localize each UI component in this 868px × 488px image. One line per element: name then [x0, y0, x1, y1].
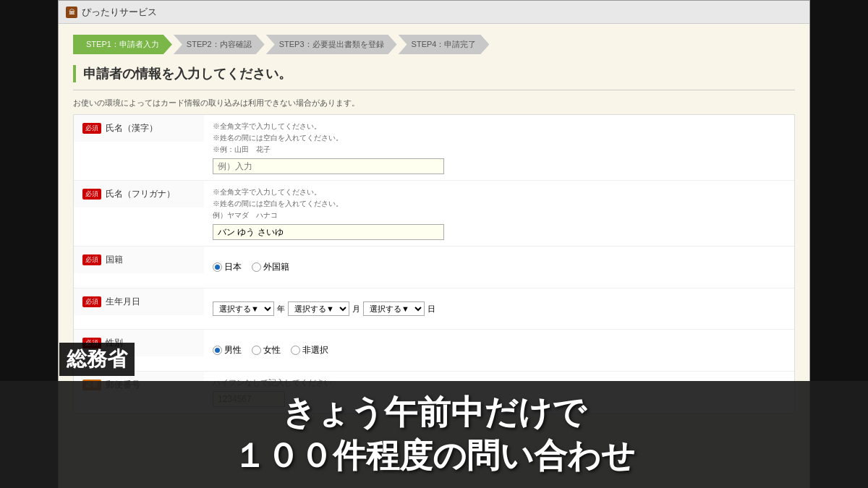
nationality-radio-group: 日本 外国籍: [213, 252, 786, 282]
input-name-kanji[interactable]: [213, 158, 444, 174]
input-cell-gender: 男性 女性 非選択: [204, 330, 794, 371]
site-title: ぴったりサービス: [82, 6, 157, 19]
input-cell-name-kana: ※全角文字で入力してください。 ※姓名の間には空白を入れてください。 例）ヤマダ…: [204, 181, 794, 246]
label-cell-name-kanji: 必須 氏名（漢字）: [74, 115, 204, 142]
input-cell-name-kanji: ※全角文字で入力してください。 ※姓名の間には空白を入れてください。 ※例：山田…: [204, 115, 794, 180]
caption-text: きょう午前中だけで １００件程度の問い合わせ: [233, 391, 635, 478]
watermark-text: 総務省: [67, 348, 127, 370]
radio-japan[interactable]: 日本: [213, 261, 242, 273]
caption-line1: きょう午前中だけで: [233, 391, 635, 435]
input-cell-birthdate: 選択する▼ 年 選択する▼ 月 選択する▼ 日: [204, 288, 794, 329]
radio-dot-foreign: [252, 262, 261, 272]
step-3[interactable]: STEP3：必要提出書類を登録: [266, 35, 397, 54]
label-name-kanji: 氏名（漢字）: [106, 122, 158, 134]
site-icon: 🏛: [66, 7, 77, 18]
step-1[interactable]: STEP1：申請者入力: [73, 35, 172, 54]
label-cell-nationality: 必須 国籍: [74, 247, 204, 273]
form-container: 必須 氏名（漢字） ※全角文字で入力してください。 ※姓名の間には空白を入れてく…: [73, 114, 795, 414]
caption-bar: きょう午前中だけで １００件程度の問い合わせ: [0, 381, 868, 488]
step-4[interactable]: STEP4：申請完了: [399, 35, 490, 54]
required-badge-name-kana: 必須: [82, 189, 101, 200]
browser-titlebar: 🏛 ぴったりサービス: [59, 1, 809, 24]
label-name-kana: 氏名（フリガナ）: [106, 188, 175, 200]
input-name-kana[interactable]: [213, 224, 444, 240]
step-2[interactable]: STEP2：内容確認: [174, 35, 265, 54]
radio-dot-japan: [213, 262, 222, 272]
radio-male[interactable]: 男性: [213, 344, 242, 356]
form-row-name-kana: 必須 氏名（フリガナ） ※全角文字で入力してください。 ※姓名の間には空白を入れ…: [74, 181, 794, 247]
radio-female[interactable]: 女性: [252, 344, 281, 356]
radio-dot-unselected: [291, 346, 300, 355]
radio-dot-female: [252, 346, 261, 355]
label-birthdate: 生年月日: [106, 296, 140, 308]
watermark-box: 総務省: [59, 343, 135, 376]
select-day[interactable]: 選択する▼: [363, 301, 425, 316]
radio-foreign[interactable]: 外国籍: [252, 261, 289, 273]
radio-dot-male: [213, 346, 222, 355]
form-row-name-kanji: 必須 氏名（漢字） ※全角文字で入力してください。 ※姓名の間には空白を入れてく…: [74, 115, 794, 181]
select-month[interactable]: 選択する▼: [288, 301, 349, 316]
required-badge-birthdate: 必須: [82, 296, 101, 307]
steps-bar: STEP1：申請者入力 STEP2：内容確認 STEP3：必要提出書類を登録 S…: [73, 35, 795, 54]
gender-radio-group: 男性 女性 非選択: [213, 335, 786, 365]
form-row-birthdate: 必須 生年月日 選択する▼ 年 選択する▼ 月 選択する▼: [74, 288, 794, 330]
hint-name-kanji: ※全角文字で入力してください。 ※姓名の間には空白を入れてください。 ※例：山田…: [213, 121, 786, 155]
form-row-gender: 必須 性別 男性 女性: [74, 330, 794, 372]
page-heading: 申請者の情報を入力してください。: [73, 65, 795, 82]
caption-line2: １００件程度の問い合わせ: [233, 435, 635, 478]
hint-name-kana: ※全角文字で入力してください。 ※姓名の間には空白を入れてください。 例）ヤマダ…: [213, 187, 786, 221]
select-year[interactable]: 選択する▼: [213, 301, 274, 316]
required-badge-nationality: 必須: [82, 254, 101, 265]
label-nationality: 国籍: [106, 254, 123, 266]
notice-text: お使いの環境によってはカード情報の取り込みは利用できない場合があります。: [73, 98, 795, 108]
form-row-nationality: 必須 国籍 日本 外国籍: [74, 247, 794, 288]
label-cell-birthdate: 必須 生年月日: [74, 288, 204, 315]
input-cell-nationality: 日本 外国籍: [204, 247, 794, 288]
divider: [73, 90, 795, 90]
radio-unselected[interactable]: 非選択: [291, 344, 328, 356]
label-cell-name-kana: 必須 氏名（フリガナ）: [74, 181, 204, 207]
required-badge-name-kanji: 必須: [82, 123, 101, 134]
